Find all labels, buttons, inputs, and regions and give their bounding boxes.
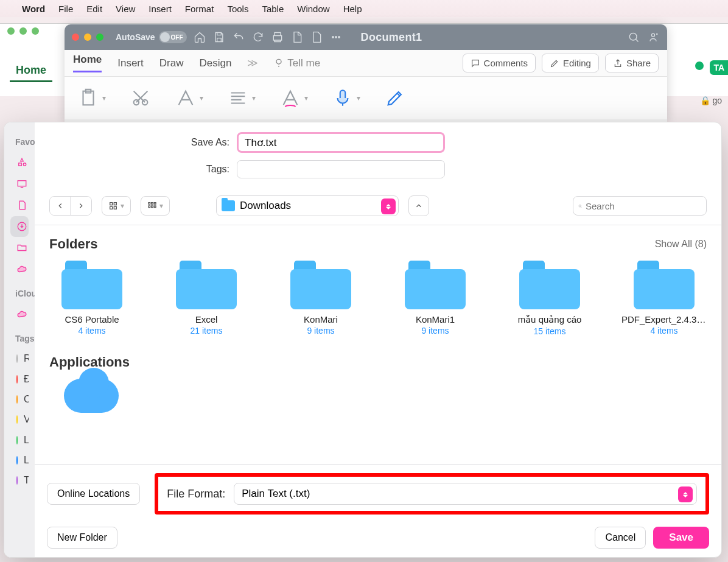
- view-mode-segment[interactable]: ▾: [102, 196, 131, 216]
- nav-back-forward: [49, 196, 92, 216]
- menu-table[interactable]: Table: [262, 4, 284, 14]
- show-all-button[interactable]: Show All (8): [655, 239, 707, 250]
- tabs-overflow-icon[interactable]: ≫: [247, 57, 258, 69]
- word-window: AutoSave OFF Document1 Home Insert Draw …: [65, 24, 667, 122]
- folder-item[interactable]: KonMari9 items: [278, 261, 363, 336]
- bg-close-icon[interactable]: [7, 27, 15, 35]
- menubar-app[interactable]: Word: [22, 4, 45, 14]
- save-icon[interactable]: [212, 30, 226, 44]
- redo-sync-icon[interactable]: [251, 30, 265, 44]
- bg-max-icon[interactable]: [32, 27, 39, 35]
- undo-icon[interactable]: [232, 30, 245, 44]
- location-popup[interactable]: Downloads: [216, 195, 399, 216]
- sidebar-item-desktop[interactable]: Desktop: [10, 174, 29, 194]
- sidebar-tag-2[interactable]: Cam: [10, 390, 29, 409]
- collapse-button[interactable]: [408, 195, 429, 216]
- tags-input[interactable]: [237, 160, 445, 178]
- font-icon[interactable]: ▾: [175, 88, 203, 108]
- folder-icon: [16, 242, 27, 254]
- tell-me-search[interactable]: Tell me: [274, 57, 320, 69]
- group-icon[interactable]: ▾: [141, 201, 169, 211]
- dictate-icon[interactable]: ▾: [332, 88, 360, 108]
- folder-icon: [61, 261, 122, 309]
- open-recent-icon[interactable]: [290, 30, 304, 44]
- folder-icon: [176, 261, 237, 309]
- sidebar-tag-0[interactable]: Red: [10, 349, 29, 368]
- bg-status-dot-icon: [695, 61, 704, 70]
- tag-dot-icon: [16, 395, 18, 404]
- share-button[interactable]: Share: [605, 54, 659, 72]
- autosave-pill[interactable]: OFF: [159, 31, 187, 43]
- folder-item[interactable]: mẫu quảng cáo15 items: [507, 261, 592, 336]
- tag-dot-icon: [16, 375, 18, 384]
- forward-button[interactable]: [71, 197, 91, 215]
- folder-icon: [634, 261, 695, 309]
- save-button[interactable]: Save: [653, 527, 709, 549]
- svg-point-22: [579, 205, 581, 207]
- sidebar-item-downloads[interactable]: Downloads: [10, 216, 29, 237]
- menu-tools[interactable]: Tools: [227, 4, 248, 14]
- autosave-toggle[interactable]: AutoSave OFF: [116, 31, 187, 43]
- folder-item[interactable]: KonMari19 items: [393, 261, 478, 336]
- search-icon[interactable]: [627, 30, 640, 44]
- editing-button[interactable]: Editing: [542, 54, 599, 72]
- save-as-label: Save As:: [53, 137, 229, 148]
- new-folder-button[interactable]: New Folder: [47, 527, 117, 549]
- folder-item[interactable]: Excel21 items: [164, 261, 249, 336]
- paragraph-icon[interactable]: ▾: [228, 88, 256, 108]
- menu-edit[interactable]: Edit: [86, 4, 102, 14]
- comments-button[interactable]: Comments: [463, 54, 536, 72]
- menu-window[interactable]: Window: [297, 4, 329, 14]
- sidebar-item-icloud[interactable]: iCloud…◌: [10, 304, 29, 325]
- sidebar-item-onedrive[interactable]: OneDrive…: [10, 259, 29, 279]
- sidebar-item-applications[interactable]: Applicati…: [10, 152, 29, 173]
- tab-insert[interactable]: Insert: [117, 57, 144, 69]
- sidebar-tag-3[interactable]: Vàng: [10, 410, 29, 429]
- svg-rect-15: [114, 206, 116, 209]
- sidebar-tag-5[interactable]: Lam: [10, 451, 29, 470]
- home-icon[interactable]: [193, 30, 206, 44]
- paste-icon[interactable]: ▾: [78, 88, 106, 108]
- sidebar-item-custom[interactable]: ✨ 🧚: [10, 237, 29, 258]
- tab-home[interactable]: Home: [73, 54, 102, 72]
- tab-design[interactable]: Design: [199, 57, 231, 69]
- sidebar-item-documents[interactable]: Documents: [10, 195, 29, 216]
- menu-help[interactable]: Help: [343, 4, 362, 14]
- favorites-header: Favorites: [8, 128, 31, 152]
- share-titlebar-icon[interactable]: [646, 30, 660, 44]
- search-input[interactable]: [586, 201, 701, 211]
- cancel-button[interactable]: Cancel: [595, 527, 646, 549]
- sidebar-tag-4[interactable]: Lục: [10, 430, 29, 450]
- save-as-input[interactable]: [237, 132, 445, 153]
- editor-pen-icon[interactable]: [385, 88, 405, 108]
- grid-view-icon[interactable]: ▾: [102, 201, 130, 211]
- blank-doc-icon[interactable]: [310, 30, 323, 44]
- print-icon[interactable]: [271, 30, 284, 44]
- bg-min-icon[interactable]: [19, 27, 27, 35]
- cloud-app-icon[interactable]: [64, 379, 119, 413]
- back-button[interactable]: [50, 197, 71, 215]
- menu-format[interactable]: Format: [185, 4, 214, 14]
- close-icon[interactable]: [72, 33, 79, 41]
- menu-file[interactable]: File: [58, 4, 73, 14]
- file-format-select[interactable]: Plain Text (.txt): [234, 483, 697, 505]
- sidebar-tag-1[interactable]: Đỏ: [10, 369, 29, 389]
- maximize-icon[interactable]: [96, 33, 103, 41]
- folder-item[interactable]: PDF_Expert_2.4.30_Mac4 items: [621, 261, 707, 336]
- group-by-segment[interactable]: ▾: [141, 196, 170, 216]
- online-locations-button[interactable]: Online Locations: [47, 483, 140, 505]
- folder-item[interactable]: CS6 Portable4 items: [49, 261, 135, 336]
- more-icon[interactable]: [329, 30, 343, 44]
- search-field[interactable]: [573, 196, 707, 216]
- menu-view[interactable]: View: [116, 4, 135, 14]
- cutcopy-icon[interactable]: [130, 88, 151, 108]
- menu-insert[interactable]: Insert: [149, 4, 172, 14]
- tab-draw[interactable]: Draw: [159, 57, 184, 69]
- styles-icon[interactable]: ▾: [280, 88, 308, 108]
- bg-tab-home[interactable]: Home: [10, 60, 52, 82]
- documents-icon: [16, 199, 27, 211]
- minimize-icon[interactable]: [84, 33, 91, 41]
- sidebar-tag-6[interactable]: Tía: [10, 471, 29, 490]
- bg-badge: TA: [710, 60, 728, 75]
- search-icon: [578, 202, 582, 211]
